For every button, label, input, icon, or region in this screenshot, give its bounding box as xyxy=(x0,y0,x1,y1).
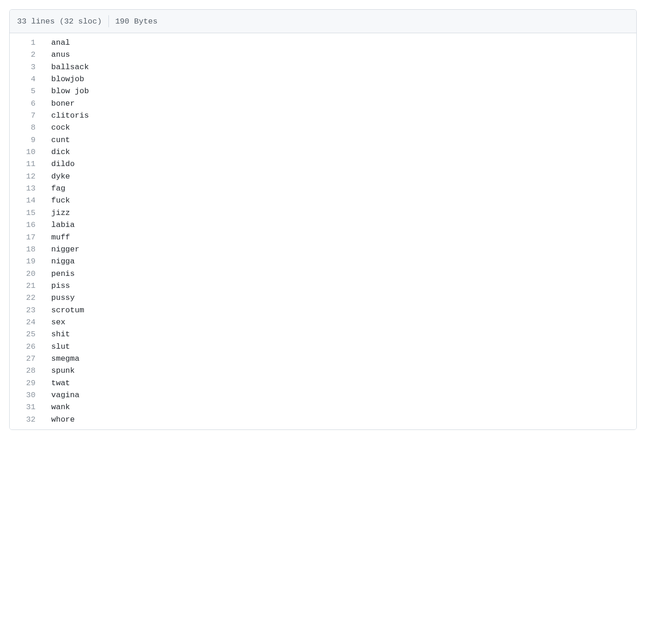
line-content: twat xyxy=(42,377,636,389)
line-number[interactable]: 2 xyxy=(10,49,42,61)
line-content: blow job xyxy=(42,85,636,97)
line-content: dyke xyxy=(42,171,636,183)
table-row: 2anus xyxy=(10,49,636,61)
table-row: 27smegma xyxy=(10,353,636,365)
line-content: dildo xyxy=(42,158,636,170)
table-row: 9cunt xyxy=(10,134,636,146)
line-number[interactable]: 8 xyxy=(10,122,42,134)
table-row: 4blowjob xyxy=(10,73,636,85)
line-content: muff xyxy=(42,232,636,244)
line-number[interactable]: 26 xyxy=(10,341,42,353)
file-box: 33 lines (32 sloc) 190 Bytes 1anal2anus3… xyxy=(9,9,637,430)
line-content: fag xyxy=(42,183,636,195)
line-number[interactable]: 11 xyxy=(10,158,42,170)
table-row: 14fuck xyxy=(10,195,636,207)
line-number[interactable]: 14 xyxy=(10,195,42,207)
blob-table: 1anal2anus3ballsack4blowjob5blow job6bon… xyxy=(10,33,636,429)
table-row: 23scrotum xyxy=(10,304,636,316)
line-content: cunt xyxy=(42,134,636,146)
line-content: pussy xyxy=(42,292,636,304)
line-content: dick xyxy=(42,146,636,158)
line-content: blowjob xyxy=(42,73,636,85)
line-number[interactable]: 10 xyxy=(10,146,42,158)
line-number[interactable]: 24 xyxy=(10,316,42,328)
line-number[interactable]: 5 xyxy=(10,85,42,97)
line-number[interactable]: 25 xyxy=(10,328,42,340)
line-number[interactable]: 23 xyxy=(10,304,42,316)
table-row: 29twat xyxy=(10,377,636,389)
line-content: ballsack xyxy=(42,61,636,73)
line-content: piss xyxy=(42,280,636,292)
line-number[interactable]: 28 xyxy=(10,365,42,377)
table-row: 30vagina xyxy=(10,389,636,401)
line-content: smegma xyxy=(42,353,636,365)
table-row: 22pussy xyxy=(10,292,636,304)
table-row: 24sex xyxy=(10,316,636,328)
table-row: 28spunk xyxy=(10,365,636,377)
line-number[interactable]: 3 xyxy=(10,61,42,73)
table-row: 20penis xyxy=(10,268,636,280)
line-number[interactable]: 6 xyxy=(10,98,42,110)
line-content: vagina xyxy=(42,389,636,401)
table-row: 8cock xyxy=(10,122,636,134)
table-row: 15jizz xyxy=(10,207,636,219)
table-row: 10dick xyxy=(10,146,636,158)
line-number[interactable]: 1 xyxy=(10,33,42,49)
line-content: sex xyxy=(42,316,636,328)
table-row: 17muff xyxy=(10,232,636,244)
line-content: whore xyxy=(42,414,636,429)
lines-count-label: 33 lines (32 sloc) xyxy=(17,17,102,26)
table-row: 6boner xyxy=(10,98,636,110)
line-content: jizz xyxy=(42,207,636,219)
table-row: 32whore xyxy=(10,414,636,429)
line-content: fuck xyxy=(42,195,636,207)
line-number[interactable]: 9 xyxy=(10,134,42,146)
line-number[interactable]: 16 xyxy=(10,219,42,231)
table-row: 18nigger xyxy=(10,244,636,256)
table-row: 21piss xyxy=(10,280,636,292)
table-row: 7clitoris xyxy=(10,110,636,122)
line-number[interactable]: 13 xyxy=(10,183,42,195)
line-number[interactable]: 31 xyxy=(10,401,42,413)
line-number[interactable]: 15 xyxy=(10,207,42,219)
line-content: wank xyxy=(42,401,636,413)
table-row: 19nigga xyxy=(10,256,636,268)
file-size-label: 190 Bytes xyxy=(115,17,158,26)
line-number[interactable]: 4 xyxy=(10,73,42,85)
line-content: nigger xyxy=(42,244,636,256)
line-number[interactable]: 19 xyxy=(10,256,42,268)
table-row: 26slut xyxy=(10,341,636,353)
table-row: 13fag xyxy=(10,183,636,195)
table-row: 3ballsack xyxy=(10,61,636,73)
table-row: 31wank xyxy=(10,401,636,413)
line-number[interactable]: 20 xyxy=(10,268,42,280)
line-content: clitoris xyxy=(42,110,636,122)
line-number[interactable]: 7 xyxy=(10,110,42,122)
line-number[interactable]: 32 xyxy=(10,414,42,429)
file-header: 33 lines (32 sloc) 190 Bytes xyxy=(10,10,636,33)
line-number[interactable]: 12 xyxy=(10,171,42,183)
table-row: 5blow job xyxy=(10,85,636,97)
line-content: labia xyxy=(42,219,636,231)
line-content: spunk xyxy=(42,365,636,377)
line-number[interactable]: 17 xyxy=(10,232,42,244)
line-content: slut xyxy=(42,341,636,353)
line-content: scrotum xyxy=(42,304,636,316)
line-content: anus xyxy=(42,49,636,61)
header-divider xyxy=(108,15,109,27)
line-content: cock xyxy=(42,122,636,134)
line-number[interactable]: 30 xyxy=(10,389,42,401)
line-number[interactable]: 18 xyxy=(10,244,42,256)
file-info: 33 lines (32 sloc) 190 Bytes xyxy=(17,15,157,27)
line-content: penis xyxy=(42,268,636,280)
line-number[interactable]: 27 xyxy=(10,353,42,365)
table-row: 25shit xyxy=(10,328,636,340)
line-number[interactable]: 21 xyxy=(10,280,42,292)
line-content: anal xyxy=(42,33,636,49)
table-row: 12dyke xyxy=(10,171,636,183)
table-row: 16labia xyxy=(10,219,636,231)
line-content: boner xyxy=(42,98,636,110)
line-content: shit xyxy=(42,328,636,340)
line-number[interactable]: 22 xyxy=(10,292,42,304)
line-number[interactable]: 29 xyxy=(10,377,42,389)
